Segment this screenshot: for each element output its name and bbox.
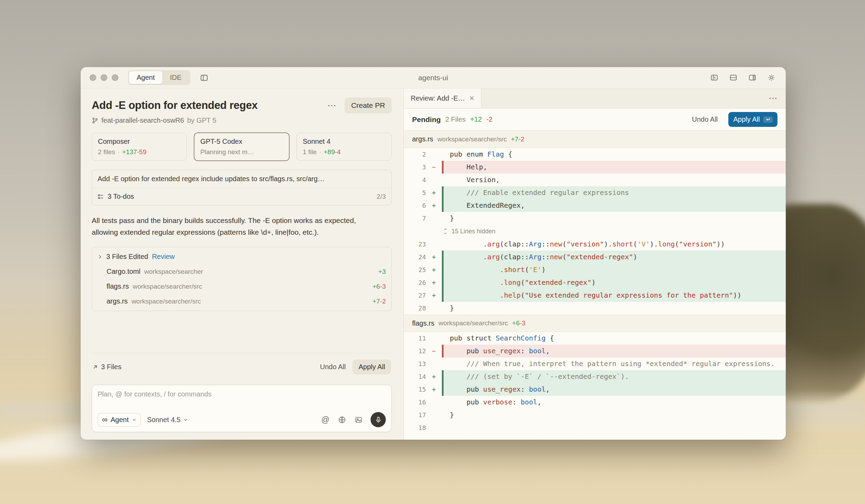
line-number: 24	[404, 251, 426, 263]
panel-left-button[interactable]	[709, 72, 720, 83]
agent-card-diffstat: +89-4	[324, 148, 340, 156]
review-undo-all-button[interactable]: Undo All	[688, 113, 722, 126]
diff-line: 5+ /// Enable extended regular expressio…	[404, 186, 786, 199]
diff-sign	[426, 332, 442, 345]
agent-card-files: 2 files	[98, 148, 115, 156]
undo-all-button[interactable]: Undo All	[316, 360, 350, 374]
edited-file-row[interactable]: flags.rsworkspace/searcher/src+6-3	[92, 279, 391, 294]
mention-button[interactable]: @	[321, 414, 330, 425]
pending-bar: Pending 2 Files +12 -2 Undo All Apply Al…	[404, 109, 786, 131]
settings-gear-icon	[767, 74, 775, 82]
hidden-lines-label: 15 Lines hidden	[452, 228, 495, 235]
apply-all-button[interactable]: Apply All	[353, 360, 391, 374]
diff-file-name: flags.rs	[412, 319, 434, 327]
line-number: 18	[404, 421, 426, 434]
attach-image-button[interactable]	[354, 415, 363, 424]
return-key-hint	[763, 116, 773, 123]
review-panel: Review: Add -E… × ⋯ Pending 2 Files +12 …	[403, 88, 786, 440]
close-tab-button[interactable]: ×	[470, 94, 474, 102]
branch-name: feat-parallel-search-oswR6	[101, 116, 184, 124]
files-edited-header[interactable]: 3 Files Edited Review	[92, 249, 391, 264]
panel-bottom-button[interactable]	[728, 72, 739, 83]
agent-card[interactable]: Composer2 files·+137-59	[92, 133, 187, 161]
diff-sign	[426, 396, 442, 409]
todo-list-icon	[98, 194, 104, 200]
agent-card-name: GPT-5 Codex	[200, 138, 283, 146]
review-link[interactable]: Review	[152, 253, 175, 261]
app-window: agents-ui Agent IDE	[81, 67, 786, 440]
diff-line: 27+ .help("Use extended regular expressi…	[404, 289, 786, 302]
agent-mode-icon: ∞	[102, 416, 108, 423]
chevron-down-icon	[132, 418, 136, 422]
branch-author: by GPT 5	[187, 116, 216, 124]
pending-deletions: -2	[486, 115, 493, 123]
todos-row[interactable]: 3 To-dos 2/3	[92, 188, 391, 205]
more-options-button[interactable]: ⋯	[324, 100, 340, 111]
create-pr-button[interactable]: Create PR	[345, 97, 392, 113]
diff-sections[interactable]: args.rsworkspace/searcher/src+7-22pub en…	[404, 131, 786, 440]
composer-input[interactable]	[98, 390, 386, 412]
code-content: /// Enable extended regular expressions	[442, 186, 786, 199]
edited-file-row[interactable]: args.rsworkspace/searcher/src+7-2	[92, 294, 391, 309]
diff-line: 28}	[404, 302, 786, 315]
titlebar-actions	[709, 72, 777, 83]
file-diffstat: +6-3	[372, 283, 386, 290]
diff-sign	[426, 174, 442, 186]
dot-separator: ·	[319, 148, 321, 156]
sidebar-toggle-button[interactable]	[199, 72, 210, 83]
agent-card-status: Planning next m…	[200, 148, 254, 156]
file-diffstat: +3	[378, 268, 386, 276]
line-number: 23	[404, 238, 426, 251]
edited-file-row[interactable]: Cargo.tomlworkspace/searcher+3	[92, 264, 391, 279]
code-content: pub struct SearchConfig {	[442, 332, 786, 345]
task-summary-row[interactable]: Add -E option for extended regex include…	[92, 170, 391, 188]
agent-card[interactable]: GPT-5 CodexPlanning next m…	[194, 133, 289, 161]
review-more-button[interactable]: ⋯	[760, 93, 786, 104]
review-apply-all-button[interactable]: Apply All	[728, 112, 777, 127]
task-box: Add -E option for extended regex include…	[92, 170, 392, 205]
model-select[interactable]: Sonnet 4.5	[147, 416, 188, 424]
return-key-icon	[765, 118, 771, 122]
panel-right-button[interactable]	[747, 72, 758, 83]
diff-line: 3− Help,	[404, 161, 786, 174]
diff-file-header[interactable]: flags.rsworkspace/searcher/src+6-3	[404, 315, 786, 332]
tab-ide[interactable]: IDE	[162, 71, 189, 84]
tab-agent[interactable]: Agent	[129, 71, 162, 84]
agent-mode-select[interactable]: ∞ Agent	[98, 413, 141, 427]
line-number: 14	[404, 370, 426, 383]
line-number: 11	[404, 332, 426, 345]
line-number: 2	[404, 148, 426, 161]
diff-line: 12− pub use_regex: bool,	[404, 345, 786, 357]
pending-files-count: 2 Files	[445, 115, 466, 123]
web-button[interactable]	[337, 415, 347, 424]
agent-card-name: Composer	[98, 138, 181, 146]
settings-button[interactable]	[766, 72, 777, 83]
diff-file-header[interactable]: args.rsworkspace/searcher/src+7-2	[404, 131, 786, 148]
diff-file-section: args.rsworkspace/searcher/src+7-22pub en…	[404, 131, 786, 315]
page-title: Add -E option for extended regex	[92, 99, 319, 112]
diff-line: 11pub struct SearchConfig {	[404, 332, 786, 345]
line-number: 27	[404, 289, 426, 302]
pending-label: Pending	[412, 115, 441, 124]
file-path: workspace/searcher/src	[131, 298, 201, 305]
dictate-button[interactable]	[371, 412, 386, 427]
review-tab[interactable]: Review: Add -E… ×	[404, 88, 481, 108]
agent-card-meta: Planning next m…	[200, 148, 283, 156]
pending-additions: +12	[470, 115, 482, 123]
diff-hidden-lines[interactable]: 15 Lines hidden	[404, 225, 786, 238]
files-action-bar: 3 Files Undo All Apply All	[92, 353, 392, 379]
diff-file-name: args.rs	[412, 135, 433, 143]
panel-left-icon	[710, 74, 718, 82]
diff-file-section: flags.rsworkspace/searcher/src+6-311pub …	[404, 315, 786, 434]
agent-card[interactable]: Sonnet 41 file·+89-4	[297, 133, 392, 161]
diff-sign: −	[426, 345, 442, 357]
line-number: 17	[404, 409, 426, 421]
diff-line: 4 Version,	[404, 174, 786, 186]
file-diffstat: +7-2	[372, 298, 386, 305]
code-content: pub use_regex: bool,	[442, 383, 786, 396]
line-number: 15	[404, 383, 426, 396]
files-chip[interactable]: 3 Files	[92, 363, 121, 371]
diff-sign	[426, 212, 442, 225]
titlebar: agents-ui Agent IDE	[81, 67, 786, 88]
model-label: Sonnet 4.5	[147, 416, 181, 424]
